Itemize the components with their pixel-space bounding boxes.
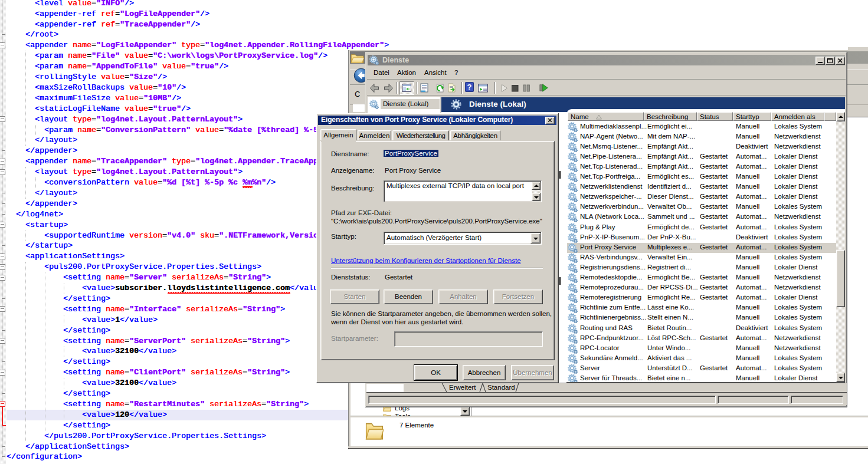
svg-text:?: ? (467, 83, 472, 91)
